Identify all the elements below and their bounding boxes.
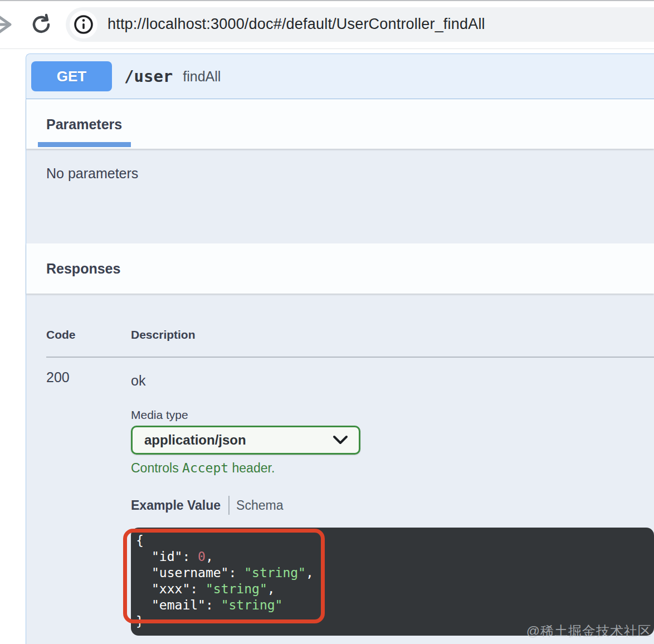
json-key: "id" [152,549,182,564]
tab-schema[interactable]: Schema [236,498,283,513]
media-type-selected-value: application/json [144,432,332,448]
url-text: http://localhost:3000/doc#/default/UserC… [108,16,485,33]
site-info-button[interactable] [70,11,97,38]
info-icon [73,14,94,35]
endpoint-path: /user [124,67,173,86]
json-key: "username" [152,565,228,580]
json-close-brace: } [136,614,144,628]
tab-parameters[interactable]: Parameters [46,116,122,132]
media-type-select[interactable]: application/json [131,426,360,455]
example-schema-tabs: Example Value Schema [131,496,283,515]
responses-section-header: Responses [26,243,654,294]
opblock-summary[interactable]: GET /user findAll [26,54,654,99]
active-tab-underline [38,142,131,147]
tab-example-value[interactable]: Example Value [131,498,221,513]
address-bar[interactable]: http://localhost:3000/doc#/default/UserC… [66,7,654,42]
parameters-body: No parameters [26,149,654,243]
chevron-down-icon [332,435,349,446]
accept-header-hint: Controls Accept header. [131,461,275,476]
example-json-code: {"id": 0,"username": "string","xxx": "st… [131,528,654,636]
responses-table-header-description: Description [131,328,196,341]
reload-button[interactable] [29,12,53,37]
hint-prefix: Controls [131,461,182,475]
hint-accept-code: Accept [182,461,228,475]
response-status-code: 200 [46,369,70,386]
watermark-text: @稀土掘金技术社区 [526,622,652,640]
window-top-edge [0,0,654,1]
responses-title: Responses [46,261,120,277]
responses-table-divider [46,357,654,358]
responses-body: Code Description 200 ok Media type appli… [26,294,654,644]
response-description: ok [131,373,145,389]
json-number-value: 0 [198,549,206,564]
json-key: "email" [152,598,206,612]
parameters-section-header: Parameters [26,99,654,149]
no-parameters-text: No parameters [46,165,138,181]
browser-toolbar: http://localhost:3000/doc#/default/UserC… [0,0,654,49]
opblock-get-user: GET /user findAll Parameters No paramete… [26,53,654,644]
http-method-badge: GET [31,61,112,91]
media-type-label: Media type [131,408,188,422]
example-value-container: {"id": 0,"username": "string","xxx": "st… [131,528,654,636]
hint-suffix: header. [228,461,275,475]
tab-separator [228,496,230,515]
json-string-value: "string" [244,565,306,580]
responses-table-header-code: Code [46,328,76,341]
forward-icon[interactable] [0,12,13,37]
json-key: "xxx" [152,582,190,596]
reload-icon [30,13,52,36]
json-string-value: "string" [221,598,283,612]
endpoint-name: findAll [183,69,221,85]
json-string-value: "string" [206,582,267,596]
json-open-brace: { [136,533,144,548]
